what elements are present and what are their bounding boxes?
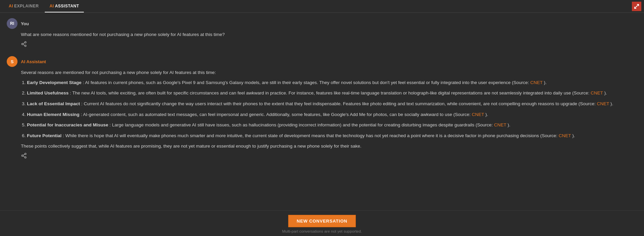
- reason-4-title: Human Element Missing: [27, 112, 79, 117]
- user-question: What are some reasons mentioned for not …: [21, 31, 634, 38]
- reason-1-end: ).: [544, 80, 547, 85]
- expand-icon: [634, 4, 639, 9]
- user-message-block: RI You What are some reasons mentioned f…: [7, 18, 634, 49]
- reason-5-text: : Large language models and generative A…: [109, 122, 494, 127]
- reason-4-text: : AI-generated content, such as automate…: [81, 112, 472, 117]
- reason-2-title: Limited Usefulness: [27, 90, 69, 95]
- reason-6-source[interactable]: CNET: [559, 133, 571, 138]
- ai-message-block: S AI Assistant Several reasons are menti…: [7, 56, 634, 161]
- reason-2: Limited Usefulness : The new AI tools, w…: [27, 89, 634, 97]
- ai-sender-name: AI Assistant: [21, 59, 46, 64]
- reason-2-end: ).: [604, 90, 607, 95]
- reason-5-source[interactable]: CNET: [494, 122, 507, 127]
- reason-3-title: Lack of Essential Impact: [27, 101, 80, 106]
- chat-area[interactable]: RI You What are some reasons mentioned f…: [0, 13, 644, 210]
- main-content: RI You What are some reasons mentioned f…: [0, 13, 644, 236]
- svg-line-12: [23, 154, 25, 155]
- share-icon-user[interactable]: [21, 41, 634, 50]
- reason-3-source[interactable]: CNET: [597, 101, 609, 106]
- reason-3-text: : Current AI features do not significant…: [81, 101, 597, 106]
- svg-line-5: [23, 42, 25, 43]
- user-message-body: What are some reasons mentioned for not …: [21, 31, 634, 49]
- new-conversation-button[interactable]: NEW CONVERSATION: [288, 215, 356, 227]
- share-icon-ai[interactable]: [21, 153, 634, 161]
- tab-ai-assistant[interactable]: AI ASSISTANT: [45, 0, 84, 12]
- ai-intro: Several reasons are mentioned for not pu…: [21, 69, 634, 76]
- ai-avatar-icon: S: [8, 58, 16, 65]
- reason-2-source[interactable]: CNET: [591, 90, 603, 95]
- reason-1-source[interactable]: CNET: [530, 80, 543, 85]
- reason-3: Lack of Essential Impact : Current AI fe…: [27, 100, 634, 108]
- bottom-note: Multi-part conversations are not yet sup…: [282, 229, 362, 233]
- ai-reasons-list: Early Development Stage : AI features in…: [27, 79, 634, 140]
- reason-6-title: Future Potential: [27, 133, 62, 138]
- reason-1-text: : AI features in current phones, such as…: [83, 80, 530, 85]
- reason-6-text: : While there is hope that AI will event…: [63, 133, 559, 138]
- tab-ai-explainer[interactable]: AI EXPLAINER: [4, 0, 43, 12]
- reason-1: Early Development Stage : AI features in…: [27, 79, 634, 86]
- reason-6: Future Potential : While there is hope t…: [27, 132, 634, 140]
- reason-1-title: Early Development Stage: [27, 80, 81, 85]
- user-avatar-initials: RI: [10, 21, 14, 26]
- reason-5-title: Potential for Inaccuracies and Misuse: [27, 122, 108, 127]
- tab-bar: AI EXPLAINER AI ASSISTANT: [0, 0, 644, 13]
- bottom-bar: NEW CONVERSATION Multi-part conversation…: [0, 210, 644, 236]
- assistant-tab-label: ASSISTANT: [55, 4, 79, 8]
- reason-6-end: ).: [572, 133, 575, 138]
- user-message-header: RI You: [7, 18, 634, 29]
- svg-text:S: S: [11, 59, 14, 64]
- reason-5: Potential for Inaccuracies and Misuse : …: [27, 121, 634, 129]
- reason-5-end: ).: [508, 122, 510, 127]
- svg-line-0: [635, 4, 639, 8]
- ai-message-body: Several reasons are mentioned for not pu…: [21, 69, 634, 161]
- expand-button[interactable]: [632, 2, 641, 11]
- reason-4-end: ).: [485, 112, 488, 117]
- ai-message-header: S AI Assistant: [7, 56, 634, 67]
- ai-prefix-explainer: AI: [9, 4, 13, 8]
- svg-line-11: [23, 156, 25, 157]
- explainer-tab-label: EXPLAINER: [14, 4, 39, 8]
- ai-conclusion: These points collectively suggest that, …: [21, 143, 634, 150]
- svg-line-4: [23, 44, 25, 45]
- ai-avatar: S: [7, 56, 18, 67]
- reason-4: Human Element Missing : AI-generated con…: [27, 111, 634, 118]
- user-sender-name: You: [21, 21, 29, 26]
- user-avatar: RI: [7, 18, 18, 29]
- reason-4-source[interactable]: CNET: [472, 112, 484, 117]
- reason-3-end: ).: [610, 101, 613, 106]
- reason-2-text: : The new AI tools, while exciting, are …: [70, 90, 591, 95]
- ai-prefix-assistant: AI: [49, 4, 54, 8]
